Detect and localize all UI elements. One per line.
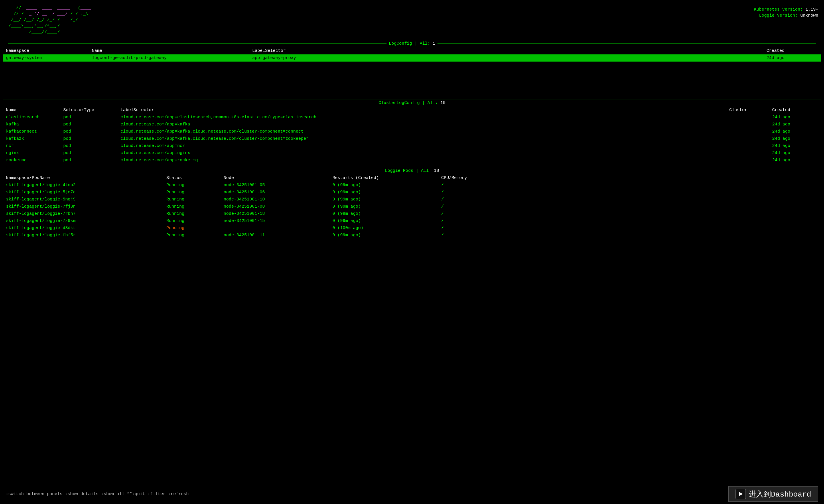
cell-restarts: 0 (99m ago)	[329, 210, 438, 217]
cell-node: node-34251001-05	[221, 182, 329, 189]
clusterlog-header-row: Name SelectorType LabelSelector Cluster …	[3, 107, 821, 114]
clusterlog-row[interactable]: ncr pod cloud.netease.com/app=ncr 24d ag…	[3, 142, 821, 149]
cell-labelselector: cloud.netease.com/app=kafka,cloud.neteas…	[118, 128, 726, 135]
main-container: // ____ ____ _____ -(____ // / _ `/ __ /…	[0, 0, 824, 504]
kubernetes-label: Kubernetes Version:	[754, 7, 803, 12]
cell-node: node-34251001-08	[221, 203, 329, 210]
cell-name: ncr	[3, 142, 61, 149]
cell-name: logconf-gw-audit-prod-gateway	[89, 55, 249, 62]
col-labelselector: LabelSelector	[249, 47, 763, 55]
cell-node: node-34251001-10	[221, 196, 329, 203]
logconfig-empty-space	[3, 62, 821, 96]
pods-title: Loggie Pods | All: 18	[385, 168, 439, 173]
status-bar-shortcuts: :switch between panels :show details :sh…	[6, 492, 728, 497]
shortcut: :filter	[147, 492, 168, 497]
logconfig-row[interactable]: gateway-system logconf-gw-audit-prod-gat…	[3, 55, 821, 62]
cell-restarts: 0 (99m ago)	[329, 232, 438, 239]
ascii-art: // ____ ____ _____ -(____ // / _ `/ __ /…	[6, 5, 91, 35]
cell-cluster	[726, 149, 769, 157]
cell-cpumemory: /	[438, 203, 821, 210]
cell-selectortype: pod	[61, 135, 118, 142]
clusterlog-row[interactable]: kafkazk pod cloud.netease.com/app=kafka,…	[3, 135, 821, 142]
cell-cpumemory: /	[438, 217, 821, 224]
pods-panel: Loggie Pods | All: 18 Namespace/PodName …	[3, 167, 821, 239]
cell-created: 24d ago	[769, 157, 821, 164]
cell-podname: skiff-logagent/loggie-7fj8n	[3, 203, 164, 210]
pods-table: Namespace/PodName Status Node Restarts (…	[3, 174, 821, 239]
logconfig-title: LogConfig | All: 1	[389, 41, 435, 46]
header: // ____ ____ _____ -(____ // / _ `/ __ /…	[0, 0, 824, 38]
clusterlog-table: Name SelectorType LabelSelector Cluster …	[3, 107, 821, 164]
pod-row[interactable]: skiff-logagent/loggie-fhf5r Running node…	[3, 232, 821, 239]
col-cluster: Cluster	[726, 107, 769, 114]
cell-created: 24d ago	[769, 114, 821, 121]
cell-cpumemory: /	[438, 189, 821, 196]
pods-header-row: Namespace/PodName Status Node Restarts (…	[3, 174, 821, 182]
pods-tbody: skiff-logagent/loggie-4tnp2 Running node…	[3, 182, 821, 239]
loggie-value: unknown	[800, 13, 818, 18]
cell-name: kafkazk	[3, 135, 61, 142]
pod-row[interactable]: skiff-logagent/loggie-5jc7c Running node…	[3, 189, 821, 196]
play-icon-wrapper	[735, 489, 746, 499]
cell-namespace: gateway-system	[3, 55, 89, 62]
cell-cluster	[726, 135, 769, 142]
cell-restarts: 0 (100m ago)	[329, 224, 438, 232]
loggie-label: Loggie Version:	[759, 13, 798, 18]
cell-created: 24d ago	[769, 121, 821, 128]
cell-created: 24d ago	[769, 142, 821, 149]
cell-cluster	[726, 114, 769, 121]
col-cpumemory: CPU/Memory	[438, 174, 821, 182]
pod-row[interactable]: skiff-logagent/loggie-d8dkt Pending 0 (1…	[3, 224, 821, 232]
svg-marker-0	[739, 492, 743, 496]
col-labelselector: LabelSelector	[118, 107, 726, 114]
cell-node	[221, 224, 329, 232]
cell-name: kafka	[3, 121, 61, 128]
pod-row[interactable]: skiff-logagent/loggie-5nqj9 Running node…	[3, 196, 821, 203]
cell-cluster	[726, 121, 769, 128]
col-created: Created	[763, 47, 821, 55]
cell-restarts: 0 (99m ago)	[329, 203, 438, 210]
clusterlog-row[interactable]: rocketmq pod cloud.netease.com/app=rocke…	[3, 157, 821, 164]
cell-selectortype: pod	[61, 128, 118, 135]
pod-row[interactable]: skiff-logagent/loggie-7rbh7 Running node…	[3, 210, 821, 217]
pods-title-bar: Loggie Pods | All: 18	[3, 167, 821, 174]
cell-podname: skiff-logagent/loggie-7z9sm	[3, 217, 164, 224]
cell-selectortype: pod	[61, 149, 118, 157]
cell-node: node-34251001-06	[221, 189, 329, 196]
pod-row[interactable]: skiff-logagent/loggie-7fj8n Running node…	[3, 203, 821, 210]
col-created: Created	[769, 107, 821, 114]
pod-row[interactable]: skiff-logagent/loggie-7z9sm Running node…	[3, 217, 821, 224]
clusterlog-row[interactable]: nginx pod cloud.netease.com/app=nginx 24…	[3, 149, 821, 157]
col-name: Name	[89, 47, 249, 55]
cell-podname: skiff-logagent/loggie-d8dkt	[3, 224, 164, 232]
cell-podname: skiff-logagent/loggie-fhf5r	[3, 232, 164, 239]
cell-cluster	[726, 142, 769, 149]
dashboard-button[interactable]: 进入到Dashboard	[728, 486, 818, 502]
content-area: LogConfig | All: 1 Namespace Name LabelS…	[0, 38, 824, 504]
clusterlog-row[interactable]: elasticsearch pod cloud.netease.com/app=…	[3, 114, 821, 121]
pod-row[interactable]: skiff-logagent/loggie-4tnp2 Running node…	[3, 182, 821, 189]
cell-name: elasticsearch	[3, 114, 61, 121]
cell-status: Running	[164, 182, 221, 189]
cell-selectortype: pod	[61, 121, 118, 128]
cell-labelselector: cloud.netease.com/app=nginx	[118, 149, 726, 157]
clusterlog-row[interactable]: kafkaconnect pod cloud.netease.com/app=k…	[3, 128, 821, 135]
clusterlog-title: ClusterLogConfig | All: 10	[379, 101, 445, 105]
cell-status: Running	[164, 203, 221, 210]
col-selectortype: SelectorType	[61, 107, 118, 114]
shortcut: :refresh	[168, 492, 189, 497]
cell-podname: skiff-logagent/loggie-4tnp2	[3, 182, 164, 189]
cell-node: node-34251001-15	[221, 217, 329, 224]
col-namespace: Namespace	[3, 47, 89, 55]
cell-status: Pending	[164, 224, 221, 232]
cell-restarts: 0 (99m ago)	[329, 182, 438, 189]
clusterlog-row[interactable]: kafka pod cloud.netease.com/app=kafka 24…	[3, 121, 821, 128]
clusterlogconfig-panel: ClusterLogConfig | All: 10 Name Selector…	[3, 99, 821, 164]
cell-cpumemory: /	[438, 182, 821, 189]
cell-selectortype: pod	[61, 114, 118, 121]
cell-restarts: 0 (99m ago)	[329, 189, 438, 196]
cell-labelselector: cloud.netease.com/app=rocketmq	[118, 157, 726, 164]
logconfig-panel: LogConfig | All: 1 Namespace Name LabelS…	[3, 40, 821, 96]
cell-name: kafkaconnect	[3, 128, 61, 135]
col-node: Node	[221, 174, 329, 182]
